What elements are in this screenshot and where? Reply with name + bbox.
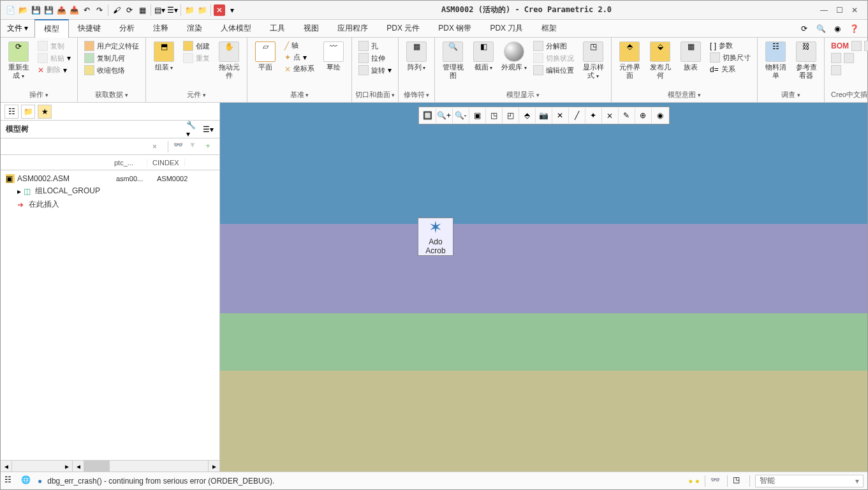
save-icon[interactable]: 💾 — [30, 4, 41, 16]
open-icon[interactable]: 📂 — [17, 4, 29, 16]
publish-geom-button[interactable]: ⬙发布几何 — [646, 40, 674, 81]
tab-pdx-tool[interactable]: PDX 刀具 — [481, 20, 533, 37]
undo-icon[interactable]: ↶ — [81, 4, 92, 16]
tab-render[interactable]: 渲染 — [178, 20, 212, 37]
status-browser-icon[interactable]: 🌐 — [21, 475, 33, 487]
regen-icon[interactable]: ⟳ — [124, 4, 135, 16]
tab-annotate[interactable]: 注释 — [144, 20, 178, 37]
refit-icon[interactable]: ▣ — [469, 108, 486, 123]
tab-view[interactable]: 视图 — [295, 20, 328, 37]
datum-csys-disp-icon[interactable]: ⨯ — [602, 108, 619, 123]
ref-viewer-button[interactable]: ⛓参考查看器 — [792, 40, 820, 81]
sketch-button[interactable]: 〰 草绘 — [320, 40, 348, 73]
model-tree[interactable]: ▣ ASM0002.ASM asm00... ASM0002 ▸ ◫ 组LOCA… — [1, 170, 219, 460]
bom-button[interactable]: ☷物料清单 — [761, 40, 790, 81]
copy-geom-button[interactable]: 复制几何 — [82, 52, 142, 64]
saveall-icon[interactable]: 💾 — [43, 4, 54, 16]
pattern-button[interactable]: ▦ 阵列 — [402, 40, 430, 73]
close-button[interactable]: ✕ — [850, 5, 860, 15]
tab-manikin[interactable]: 人体模型 — [212, 20, 261, 37]
point-button[interactable]: ✦点 ▾ — [282, 52, 317, 63]
graphics-area[interactable]: 🔲 🔍+ 🔍- ▣ ◳ ◰ ⬘ 📷 ✕ ╱ ✦ ⨯ ✎ ⊕ ◉ ✶ Ado Ac… — [220, 103, 867, 471]
group-label-operations[interactable]: 操作 — [3, 89, 75, 101]
layers-icon[interactable]: ☰▾ — [166, 4, 178, 16]
tab-apps[interactable]: 应用程序 — [328, 20, 378, 37]
appearance-button[interactable]: 外观库 — [500, 40, 528, 73]
tree-col-ptc[interactable]: ptc_... — [109, 159, 147, 167]
plugin-misc-button[interactable] — [828, 52, 868, 64]
adobe-acrobat-shortcut[interactable]: ✶ Ado Acrob — [418, 218, 453, 256]
display-style-button[interactable]: ◳显示样式 — [579, 40, 607, 82]
group-label-intent[interactable]: 模型意图 — [614, 89, 754, 101]
scroll-left-icon[interactable]: ◂ — [1, 461, 12, 471]
relations-button[interactable]: d=关系 — [707, 64, 753, 75]
tree-row-insert[interactable]: ➜ 在此插入 — [3, 198, 217, 211]
spin-center-icon[interactable]: ⊕ — [635, 108, 652, 123]
section-button[interactable]: ◧截面 — [469, 40, 497, 73]
parameters-button[interactable]: [ ]参数 — [707, 40, 753, 51]
zoom-out-icon[interactable]: 🔍- — [453, 108, 469, 123]
down-icon[interactable]: 📥 — [68, 4, 80, 16]
assemble-button[interactable]: ⬒ 组装 — [150, 40, 178, 73]
add-filter-icon[interactable]: ＋ — [204, 140, 217, 153]
zoom-in-icon[interactable]: 🔍+ — [436, 108, 453, 123]
tree-scrollbar[interactable]: ◂ ▸ ◂ ▸ — [1, 460, 219, 471]
scroll-right-icon[interactable]: ▸ — [208, 461, 219, 471]
csys-button[interactable]: ⨯坐标系 — [282, 63, 317, 74]
revolve-button[interactable]: 旋转 ▾ — [356, 64, 394, 76]
extrude-button[interactable]: 拉伸 — [356, 52, 394, 64]
tab-pdx-strip[interactable]: PDX 钢带 — [429, 20, 481, 37]
plugin-misc2-button[interactable] — [828, 64, 868, 76]
views-icon[interactable]: ▤▾ — [154, 4, 165, 16]
new-icon[interactable]: 📄 — [4, 4, 16, 16]
tree-col-cindex[interactable]: CINDEX — [147, 159, 185, 167]
tab-analysis[interactable]: 分析 — [110, 20, 144, 37]
toggle-dim-button[interactable]: 切换尺寸 — [707, 52, 753, 63]
group-label-getdata[interactable]: 获取数据 — [80, 89, 143, 101]
group-label-modifier[interactable]: 修饰符 — [401, 89, 432, 101]
group-label-display[interactable]: 模型显示 — [438, 89, 608, 101]
group-label-plugin[interactable]: Creo中文插件 — [827, 89, 868, 101]
tab-model[interactable]: 模型 — [34, 19, 69, 38]
close-doc-icon[interactable]: ✕ — [214, 4, 225, 16]
minimize-button[interactable]: ― — [819, 5, 829, 15]
up-icon[interactable]: 📤 — [55, 4, 67, 16]
window-list-icon[interactable]: ▦ — [136, 4, 148, 16]
learning-icon[interactable]: ◉ — [832, 23, 843, 34]
brush-icon[interactable]: 🖌 — [111, 4, 122, 16]
capture-icon[interactable]: 📷 — [536, 108, 552, 123]
group-label-cut[interactable]: 切口和曲面 — [355, 89, 395, 101]
status-light-icon[interactable]: ● ● — [688, 477, 700, 486]
explode-button[interactable]: 分解图 — [531, 40, 577, 52]
tree-show-icon[interactable]: ☰▾ — [202, 123, 214, 136]
axis-button[interactable]: ╱轴 — [282, 40, 317, 51]
filter-icon[interactable]: ▼ — [189, 140, 202, 153]
tree-search-input[interactable] — [3, 141, 150, 152]
perspective-icon[interactable]: ◉ — [652, 108, 668, 123]
selection-filter-dropdown[interactable]: 智能 — [755, 475, 864, 487]
maximize-button[interactable]: ☐ — [834, 5, 844, 15]
view-mgr-icon[interactable]: ◰ — [503, 108, 519, 123]
status-find-icon[interactable]: 👓 — [710, 475, 722, 487]
hole-button[interactable]: 孔 — [356, 40, 394, 52]
search-clear-icon[interactable]: × — [152, 142, 163, 151]
group-label-component[interactable]: 元件 — [149, 89, 244, 101]
shrinkwrap-button[interactable]: 收缩包络 — [82, 64, 142, 76]
binocular-icon[interactable]: 👓 — [173, 140, 186, 153]
paste-button[interactable]: 粘贴 ▾ — [35, 52, 73, 64]
saved-view-icon[interactable]: ◳ — [486, 108, 503, 123]
tree-settings-icon[interactable]: 🔧▾ — [186, 123, 199, 136]
qat-dropdown-icon[interactable]: ▾ — [226, 4, 238, 16]
zoom-window-icon[interactable]: 🔲 — [420, 108, 436, 123]
scroll-split-icon[interactable]: ▸ — [61, 461, 73, 471]
folder1-icon[interactable]: 📁 — [184, 4, 195, 16]
copy-button[interactable]: 复制 — [35, 40, 73, 52]
scroll-left2-icon[interactable]: ◂ — [73, 461, 84, 471]
status-tree-icon[interactable]: ☷ — [4, 475, 16, 487]
datum-point-disp-icon[interactable]: ✦ — [585, 108, 602, 123]
redo-icon[interactable]: ↷ — [94, 4, 105, 16]
create-comp-button[interactable]: 创建 — [180, 40, 212, 52]
tree-row-group[interactable]: ▸ ◫ 组LOCAL_GROUP — [3, 184, 217, 198]
named-view-icon[interactable]: ⬘ — [519, 108, 536, 123]
tab-pdx-comp[interactable]: PDX 元件 — [378, 20, 429, 37]
